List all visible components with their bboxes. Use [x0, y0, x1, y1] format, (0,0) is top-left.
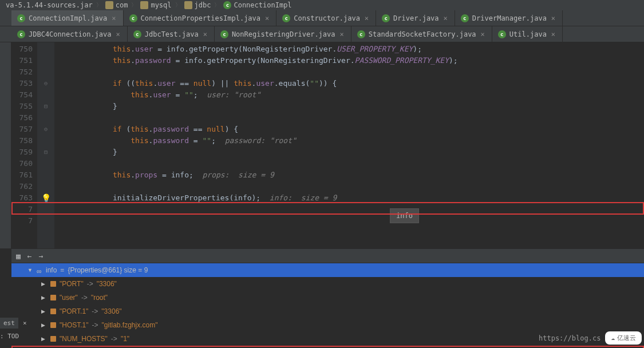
entry-value: "3306"	[101, 307, 121, 315]
close-icon[interactable]: ×	[339, 30, 345, 38]
code-line[interactable]: this.password = info.getProperty(NonRegi…	[59, 55, 644, 66]
line-number[interactable]: 753	[11, 78, 33, 89]
watches-icon[interactable]: ▦	[16, 252, 21, 260]
editor-tab[interactable]: ConnectionImpl.java×	[11, 10, 124, 26]
expand-icon[interactable]: ▶	[41, 322, 47, 328]
entry-key: "PORT.1"	[60, 307, 88, 315]
close-icon[interactable]: ×	[442, 14, 449, 22]
code-line[interactable]	[59, 215, 644, 227]
code-line[interactable]: }	[59, 101, 644, 112]
expand-icon[interactable]: ▶	[41, 336, 47, 342]
code-line[interactable]: this.user = info.getProperty(NonRegister…	[59, 43, 644, 55]
editor-tab[interactable]: DriverManager.java×	[455, 10, 563, 26]
close-icon[interactable]: ×	[480, 30, 486, 38]
line-number[interactable]: 751	[11, 55, 33, 66]
editor-tab[interactable]: JdbcTest.java×	[128, 26, 215, 42]
code-line[interactable]	[59, 112, 644, 124]
line-number[interactable]: 757	[11, 124, 33, 135]
expand-icon[interactable]: ▶	[41, 281, 47, 287]
intention-bulb-icon[interactable]: 💡	[41, 192, 51, 204]
close-icon[interactable]: ×	[550, 30, 556, 38]
breadcrumb-item[interactable]: ConnectionImpl	[220, 1, 295, 9]
debug-variable-entry[interactable]: ▶"PORT" -> "3306"	[11, 277, 644, 291]
line-number[interactable]: 752	[11, 66, 33, 78]
close-icon[interactable]: ×	[264, 14, 270, 22]
code-line[interactable]: if (this.password == null) {	[59, 124, 644, 135]
tab-label: ConnectionImpl.java	[29, 14, 107, 22]
forward-icon[interactable]: →	[39, 252, 44, 260]
line-number[interactable]: 754	[11, 89, 33, 101]
line-number[interactable]: 762	[11, 181, 33, 192]
code-line[interactable]	[59, 158, 644, 169]
breadcrumb-item[interactable]: mysql	[137, 1, 175, 9]
test-class-icon	[133, 30, 141, 38]
line-number[interactable]: 763	[11, 192, 33, 204]
line-number[interactable]: 756	[11, 112, 33, 124]
code-line[interactable]	[59, 204, 644, 215]
cloud-icon: ☁	[611, 334, 615, 342]
fold-icon[interactable]: ⊖	[37, 124, 54, 135]
code-line[interactable]: }	[59, 147, 644, 158]
editor-tab[interactable]: ConnectionPropertiesImpl.java×	[124, 10, 277, 26]
line-number[interactable]: 758	[11, 135, 33, 147]
code-line[interactable]	[59, 66, 644, 78]
close-icon[interactable]: ×	[550, 14, 556, 22]
collapse-icon[interactable]: ▼	[27, 267, 33, 273]
expand-icon[interactable]: ▶	[41, 309, 47, 314]
arrow-icon: ->	[92, 321, 98, 329]
close-icon[interactable]: ×	[115, 30, 121, 38]
line-number[interactable]: 750	[11, 43, 33, 55]
debug-variable-entry[interactable]: ▶"HOST.1" -> "gitlab.fzghjx.com"	[11, 318, 644, 332]
class-icon	[461, 14, 469, 22]
tab-label: StandardSocketFactory.java	[369, 30, 476, 38]
editor-area: 7507517527537547557567577587597607617627…	[0, 42, 644, 248]
back-icon[interactable]: ←	[27, 252, 32, 260]
editor-tab[interactable]: Util.java×	[492, 26, 563, 42]
editor-tab[interactable]: NonRegisteringDriver.java×	[215, 26, 351, 42]
editor-tab[interactable]: StandardSocketFactory.java×	[351, 26, 492, 42]
editor-tab[interactable]: Constructor.java×	[276, 10, 376, 26]
editor-tab[interactable]: Driver.java×	[376, 10, 455, 26]
code-line[interactable]: this.props = info; props: size = 9	[59, 169, 644, 181]
editor-tabs-row1: ConnectionImpl.java×ConnectionProperties…	[0, 10, 644, 26]
tool-tab[interactable]: est	[0, 318, 18, 329]
breadcrumb-item[interactable]: va-5.1.44-sources.jar	[2, 1, 96, 9]
editor-tabs-row2: JDBC4Connection.java×JdbcTest.java×NonRe…	[0, 26, 644, 42]
todo-tab[interactable]: : TOD	[0, 333, 19, 340]
code-editor[interactable]: 7507517527537547557567577587597607617627…	[11, 42, 644, 248]
line-number[interactable]: 755	[11, 101, 33, 112]
close-icon[interactable]: ×	[22, 319, 28, 327]
fold-icon[interactable]: ⊟	[37, 147, 54, 158]
code-line[interactable]: this.password = ""; password: "root"	[59, 135, 644, 147]
chevron-right-icon: 〉	[96, 1, 102, 9]
gutter-cell	[37, 215, 54, 227]
code-line[interactable]: this.user = ""; user: "root"	[59, 89, 644, 101]
fold-icon[interactable]: ⊖	[37, 78, 54, 89]
fold-icon[interactable]: ⊟	[37, 101, 54, 112]
watermark: https://blog.cs ☁ 亿速云	[539, 331, 642, 345]
breadcrumb-item[interactable]: jdbc	[181, 1, 215, 9]
code-line[interactable]	[59, 181, 644, 192]
close-icon[interactable]: ×	[202, 30, 208, 38]
editor-tab[interactable]: JDBC4Connection.java×	[11, 26, 128, 42]
line-number[interactable]: 7	[11, 215, 33, 227]
gutter-cell: 💡	[37, 192, 54, 204]
debug-variable-entry[interactable]: ▶"PORT.1" -> "3306"	[11, 304, 644, 318]
debug-variable-entry[interactable]: ▶"user" -> "root"	[11, 291, 644, 304]
expand-icon[interactable]: ▶	[41, 295, 47, 300]
breadcrumb-item[interactable]: com	[102, 1, 132, 9]
line-number[interactable]: 760	[11, 158, 33, 169]
gutter-cell	[37, 135, 54, 147]
breadcrumb-label: mysql	[151, 1, 171, 9]
line-number[interactable]: 761	[11, 169, 33, 181]
close-icon[interactable]: ×	[364, 14, 370, 22]
line-number[interactable]: 759	[11, 147, 33, 158]
gutter-cell	[37, 169, 54, 181]
code-line[interactable]: if ((this.user == null) || this.user.equ…	[59, 78, 644, 89]
debug-variable-entry[interactable]: ▶"useAffectedRows" -> "true"	[11, 346, 644, 348]
debug-variable-root[interactable]: ▼ ∞ info = {Properties@661} size = 9	[11, 263, 644, 277]
line-number[interactable]: 7	[11, 204, 33, 215]
close-icon[interactable]: ×	[110, 14, 117, 22]
code-content[interactable]: info this.user = info.getProperty(NonReg…	[54, 42, 644, 248]
code-line[interactable]: initializeDriverProperties(info); info: …	[59, 192, 644, 204]
